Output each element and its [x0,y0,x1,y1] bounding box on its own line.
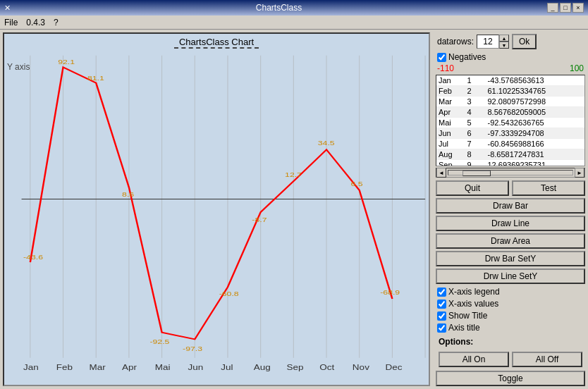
negatives-checkbox-container[interactable]: Negatives [437,52,486,62]
scroll-thumb[interactable] [463,171,491,176]
draw-area-button[interactable]: Draw Area [436,233,585,249]
index-cell: 2 [465,86,486,97]
scroll-left-button[interactable]: ◄ [436,168,446,178]
close-button[interactable]: × [572,3,584,13]
chart-title: ChartsClass Chart [4,37,429,49]
app-icon: ✕ [4,4,11,13]
axis-title-checkbox[interactable] [437,323,446,333]
table-row: Jun 6 -97.3339294708 [436,128,584,139]
all-off-button[interactable]: All Off [512,352,582,367]
title-bar-left: ✕ [4,4,11,13]
scroll-right-button[interactable]: ► [575,168,584,178]
svg-text:-8.7: -8.7 [252,216,267,223]
range-min: -110 [437,63,454,73]
index-cell: 7 [465,139,486,149]
svg-text:Aug: Aug [254,364,271,372]
x-axis-values-checkbox[interactable] [437,300,446,309]
menu-file[interactable]: File [4,18,18,27]
svg-text:Dec: Dec [386,364,403,372]
chart-svg: -43.6 92.1 81.1 8.6 -92.5 -97.3 -60.8 -8… [4,49,429,378]
svg-text:Jul: Jul [221,364,233,372]
month-cell: Apr [436,107,465,118]
chart-area: Y axis ChartsClass Chart [3,32,430,386]
spin-down-button[interactable]: ▼ [499,42,509,49]
x-axis-legend-checkbox[interactable] [437,288,446,297]
svg-text:81.1: 81.1 [87,74,104,82]
svg-text:Sep: Sep [287,364,304,372]
options-group: X-axis legend X-axis values Show Title A… [436,286,585,333]
table-row: Aug 8 -8.65817247831 [436,149,584,160]
index-cell: 5 [465,118,486,128]
value-cell: -97.3339294708 [486,128,585,139]
month-cell: Jan [436,75,465,86]
x-axis-legend-label: X-axis legend [448,287,500,297]
value-cell: 92.08097572998 [486,97,585,107]
test-button[interactable]: Test [512,180,585,196]
title-bar: ✕ ChartsClass _ □ × [0,0,588,16]
maximize-button[interactable]: □ [560,3,571,13]
datarows-spinbox: ▲ ▼ [477,35,509,49]
svg-text:-60.8: -60.8 [219,290,239,297]
drw-bar-sety-button[interactable]: Drw Bar SetY [436,251,585,266]
index-cell: 8 [465,149,486,160]
drw-line-sety-button[interactable]: Drw Line SetY [436,268,585,284]
show-title-checkbox[interactable] [437,311,446,321]
table-row: Apr 4 8.567682059005 [436,107,584,118]
table-row: Jan 1 -43.5768563613 [436,75,584,86]
index-cell: 6 [465,128,486,139]
x-axis-values-label: X-axis values [448,299,498,309]
svg-text:-68.9: -68.9 [380,288,400,296]
value-cell: -43.5768563613 [486,75,585,86]
index-cell: 4 [465,107,486,118]
value-cell: -92.5432636765 [486,118,585,128]
x-axis-values-row: X-axis values [436,298,585,309]
value-cell: 8.567682059005 [486,107,585,118]
options-label: Options: [436,335,585,348]
all-on-button[interactable]: All On [439,352,509,367]
datarows-input[interactable] [477,35,499,49]
menu-version[interactable]: 0.4.3 [26,18,45,27]
value-cell: 12.69369235731 [486,160,585,167]
menu-bar: File 0.4.3 ? [0,16,588,30]
minimize-button[interactable]: _ [547,3,558,13]
draw-line-button[interactable]: Draw Line [436,216,585,231]
value-cell: -8.65817247831 [486,149,585,160]
spin-buttons: ▲ ▼ [499,35,509,49]
spin-up-button[interactable]: ▲ [499,35,509,42]
svg-text:Mar: Mar [89,364,105,372]
draw-bar-button[interactable]: Draw Bar [436,198,585,214]
table-row: Sep 9 12.69369235731 [436,160,584,167]
index-cell: 9 [465,160,486,167]
svg-text:Feb: Feb [56,364,73,372]
x-axis-legend-row: X-axis legend [436,286,585,297]
datarows-label: datarows: [437,37,474,47]
svg-text:Mai: Mai [155,364,171,372]
axis-title-row: Axis title [436,322,585,333]
negatives-row: Negatives [434,52,587,62]
menu-help[interactable]: ? [54,18,59,27]
data-table-container: Jan 1 -43.5768563613 Feb 2 61.1022533476… [436,75,585,166]
range-row: -110 100 [434,63,587,73]
title-bar-buttons: _ □ × [547,3,584,13]
data-table: Jan 1 -43.5768563613 Feb 2 61.1022533476… [436,75,584,166]
month-cell: Jul [436,139,465,149]
top-controls: datarows: ▲ ▼ Ok [434,32,587,51]
options-buttons: All On All Off [436,350,585,369]
month-cell: Mai [436,118,465,128]
horizontal-scrollbar[interactable]: ◄ ► [436,168,585,178]
ok-button[interactable]: Ok [512,34,537,49]
index-cell: 1 [465,75,486,86]
svg-text:Oct: Oct [319,364,335,372]
table-row: Jul 7 -60.8456988166 [436,139,584,149]
table-row: Mar 3 92.08097572998 [436,97,584,107]
window-title: ChartsClass [11,3,547,13]
right-panel: datarows: ▲ ▼ Ok Negatives -110 100 [433,30,588,389]
negatives-label: Negatives [448,52,486,62]
month-cell: Sep [436,160,465,167]
toggle-button[interactable]: Toggle [436,371,585,386]
quit-button[interactable]: Quit [436,180,509,196]
month-cell: Jun [436,128,465,139]
svg-text:-92.5: -92.5 [149,338,169,345]
index-cell: 3 [465,97,486,107]
negatives-checkbox[interactable] [437,53,446,62]
